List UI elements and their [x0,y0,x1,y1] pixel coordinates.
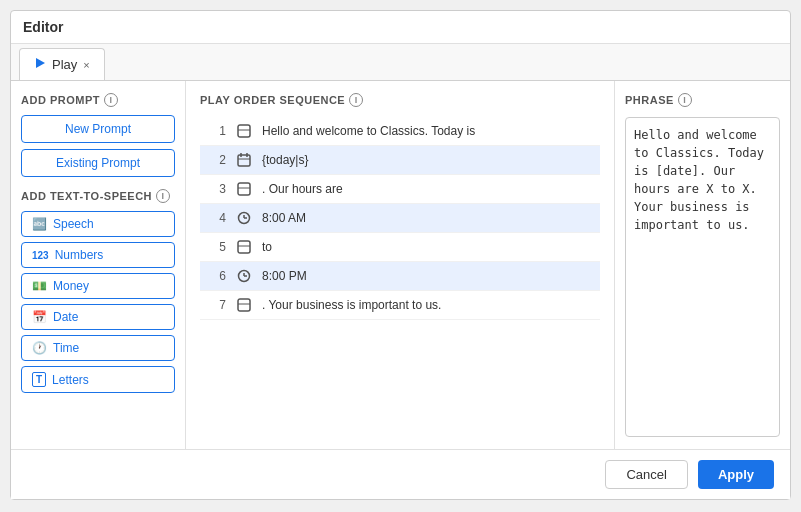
tab-close-icon[interactable]: × [83,59,89,71]
left-panel: ADD PROMPT i New Prompt Existing Prompt … [11,81,186,449]
seq-num-7: 7 [208,298,226,312]
seq-num-5: 5 [208,240,226,254]
letters-button[interactable]: T Letters [21,366,175,393]
svg-rect-17 [238,299,250,311]
seq-icon-7 [234,297,254,313]
speech-icon: 🔤 [32,217,47,231]
phrase-textarea[interactable]: Hello and welcome to Classics. Today is … [625,117,780,437]
play-order-info-icon[interactable]: i [349,93,363,107]
seq-text-2: {today|s} [262,153,309,167]
svg-rect-7 [238,183,250,195]
seq-icon-1 [234,123,254,139]
money-icon: 💵 [32,279,47,293]
new-prompt-button[interactable]: New Prompt [21,115,175,143]
sequence-row: 6 8:00 PM [200,262,600,291]
svg-rect-1 [238,125,250,137]
sequence-row: 4 8:00 AM [200,204,600,233]
speech-button[interactable]: 🔤 Speech [21,211,175,237]
time-icon: 🕐 [32,341,47,355]
numbers-button[interactable]: 123 Numbers [21,242,175,268]
sequence-list: 1 Hello and welcome to Classics. Today i… [200,117,600,320]
seq-icon-4 [234,210,254,226]
seq-icon-6 [234,268,254,284]
sequence-row: 5 to [200,233,600,262]
numbers-icon: 123 [32,250,49,261]
play-order-header: PLAY ORDER SEQUENCE i [200,93,600,107]
svg-rect-12 [238,241,250,253]
cancel-button[interactable]: Cancel [605,460,687,489]
money-label: Money [53,279,89,293]
phrase-header: PHRASE i [625,93,780,107]
seq-text-5: to [262,240,272,254]
play-icon [34,57,46,72]
letters-icon: T [32,372,46,387]
editor-title: Editor [11,11,790,44]
time-label: Time [53,341,79,355]
seq-num-2: 2 [208,153,226,167]
money-button[interactable]: 💵 Money [21,273,175,299]
add-prompt-info-icon[interactable]: i [104,93,118,107]
date-button[interactable]: 📅 Date [21,304,175,330]
date-label: Date [53,310,78,324]
seq-icon-5 [234,239,254,255]
middle-panel: PLAY ORDER SEQUENCE i 1 Hello and welcom… [186,81,615,449]
seq-text-4: 8:00 AM [262,211,306,225]
footer: Cancel Apply [11,449,790,499]
seq-num-3: 3 [208,182,226,196]
svg-marker-0 [36,58,45,68]
numbers-label: Numbers [55,248,104,262]
svg-rect-3 [238,155,250,166]
seq-num-6: 6 [208,269,226,283]
time-button[interactable]: 🕐 Time [21,335,175,361]
phrase-info-icon[interactable]: i [678,93,692,107]
add-tts-section-title: ADD TEXT-TO-SPEECH i [21,189,175,203]
apply-button[interactable]: Apply [698,460,774,489]
add-prompt-section-title: ADD PROMPT i [21,93,175,107]
tab-play[interactable]: Play × [19,48,105,80]
main-content: ADD PROMPT i New Prompt Existing Prompt … [11,81,790,449]
sequence-row: 7 . Your business is important to us. [200,291,600,320]
tab-bar: Play × [11,44,790,81]
seq-text-6: 8:00 PM [262,269,307,283]
seq-text-7: . Your business is important to us. [262,298,441,312]
letters-label: Letters [52,373,89,387]
seq-text-3: . Our hours are [262,182,343,196]
add-tts-info-icon[interactable]: i [156,189,170,203]
seq-num-1: 1 [208,124,226,138]
seq-icon-2 [234,152,254,168]
sequence-row: 2 {today|s} [200,146,600,175]
editor-container: Editor Play × ADD PROMPT i New Prompt Ex… [10,10,791,500]
seq-num-4: 4 [208,211,226,225]
sequence-row: 1 Hello and welcome to Classics. Today i… [200,117,600,146]
existing-prompt-button[interactable]: Existing Prompt [21,149,175,177]
seq-icon-3 [234,181,254,197]
sequence-row: 3 . Our hours are [200,175,600,204]
date-icon: 📅 [32,310,47,324]
tab-label: Play [52,57,77,72]
speech-label: Speech [53,217,94,231]
right-panel: PHRASE i Hello and welcome to Classics. … [615,81,790,449]
seq-text-1: Hello and welcome to Classics. Today is [262,124,475,138]
